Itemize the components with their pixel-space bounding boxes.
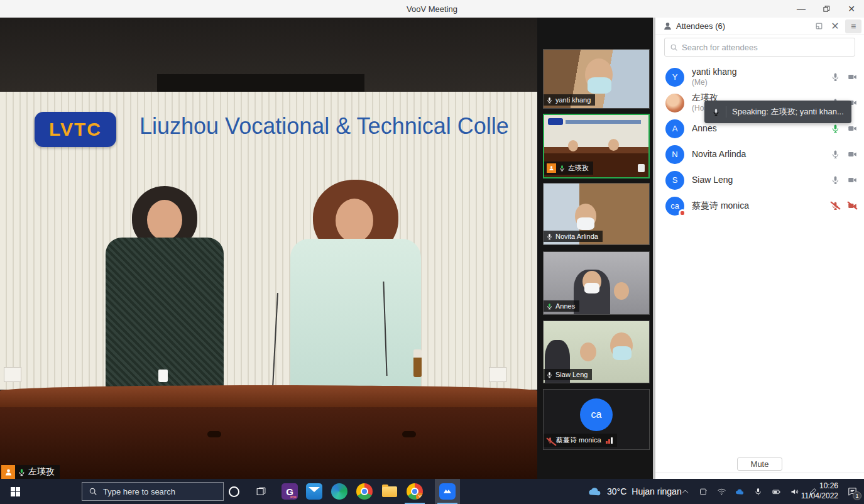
clock-time: 10:26 [819,481,838,491]
attendee-name: yanti khang [692,67,737,78]
voov-meeting-button[interactable] [435,479,460,504]
taskbar-weather[interactable]: 30°C Hujan ringan [588,479,682,504]
attendee-row-novita-arlinda[interactable]: N Novita Arlinda [655,141,864,167]
thumb-face [614,282,629,300]
taskbar-search-box[interactable]: Type here to search [82,482,224,501]
thumb-mask [613,346,632,360]
wall-outlet [4,367,21,382]
task-view-icon [256,486,266,497]
window-controls: — ✕ [789,0,864,18]
window-title: VooV Meeting [407,4,457,14]
search-input[interactable] [682,43,850,52]
thumb-mask [584,283,599,293]
paper-cup [158,370,168,382]
attendees-icon [663,21,672,31]
file-explorer-button[interactable] [377,479,402,504]
mic-speaking-icon[interactable] [830,123,841,134]
battery-icon[interactable] [771,486,781,496]
voov-meeting-icon [439,483,456,500]
close-button[interactable]: ✕ [839,0,864,18]
main-video-view[interactable]: LVTC Liuzhou Vocational & Technical Coll… [0,18,537,479]
thumbnail-novita-arlinda[interactable]: Novita Arlinda [543,183,650,245]
taskbar-search-placeholder: Type here to search [103,487,175,496]
task-view-button[interactable] [248,479,273,504]
attendee-search-box[interactable] [664,38,855,57]
mic-muted-icon[interactable] [830,200,841,211]
tooltip-divider [726,106,726,118]
search-icon [89,487,97,496]
attendee-name: Novita Arlinda [692,149,746,160]
cortana-icon [229,486,239,497]
speaking-tooltip: Speaking: 左瑛孜; yanti khan... [704,101,851,123]
mic-on-icon [546,371,553,378]
popout-panel-icon[interactable] [812,20,825,33]
chrome-profile-button[interactable]: Y [402,479,427,504]
thumbnail-zuo-yingzi-selected[interactable]: 左瑛孜 [543,114,650,178]
show-hidden-icons-chevron[interactable] [680,486,690,496]
attendee-row-yanti-khang[interactable]: Y yanti khang (Me) [655,64,864,90]
camera-icon[interactable] [847,149,858,160]
thumbnail-name: yanti khang [555,96,591,104]
share-indicator-icon [638,164,645,172]
phone-badge-icon [679,209,686,217]
mic-icon[interactable] [830,175,841,185]
camera-icon[interactable] [847,175,858,185]
weather-cloud-icon [588,486,602,496]
thumbnail-name: 蔡蔓诗 monica [556,436,601,445]
panel-menu-button[interactable]: ≡ [845,19,861,33]
wall-outlet [489,367,506,382]
conference-table [0,385,537,409]
profile-badge: Y [416,493,423,500]
banner-text: Liuzhou Vocational & Technical Colle [139,113,537,140]
camera-off-icon[interactable] [847,200,858,211]
mail-button[interactable] [302,479,327,504]
thumbnail-yanti-khang[interactable]: yanti khang [543,49,650,109]
thumb-face [568,140,578,151]
avatar: A [665,119,684,138]
restore-button[interactable] [814,0,839,18]
person-left-face [147,200,182,240]
chrome-button[interactable] [352,479,377,504]
table-handle [207,431,221,437]
mic-speaking-icon [559,165,566,172]
person-right-body [290,239,421,388]
thumb-face [608,139,619,151]
conference-table-front [0,407,537,479]
panel-footer-divider [655,473,864,473]
thumbnail-monica[interactable]: ca 蔡蔓诗 monica [543,389,650,450]
tooltip-text: Speaking: 左瑛孜; yanti khan... [732,106,844,118]
attendee-row-siaw-leng[interactable]: S Siaw Leng [655,167,864,193]
attendee-role: (Me) [692,78,737,87]
action-center-button[interactable]: 1 [841,479,863,504]
tea-bottle [413,349,422,377]
camera-icon[interactable] [847,123,858,134]
wifi-icon[interactable] [716,486,726,496]
mute-button[interactable]: Mute [737,457,782,471]
onedrive-icon[interactable] [735,486,745,496]
thumbnail-name: Annes [555,302,575,310]
avatar: Y [665,68,684,87]
foxit-pdf-button[interactable]: GPDF [277,479,302,504]
cortana-button[interactable] [221,479,246,504]
mic-speaking-icon [546,303,553,310]
thumbnail-annes[interactable]: Annes [543,251,650,315]
taskbar-clock[interactable]: 10:26 11/04/2022 [790,479,839,504]
table-handle [402,431,416,437]
thumbnail-name: Novita Arlinda [555,233,598,240]
attendee-row-monica[interactable]: ca 蔡蔓诗 monica [655,193,864,219]
mic-icon[interactable] [830,149,841,160]
attendee-name: 蔡蔓诗 monica [692,200,749,212]
thumbnail-siaw-leng[interactable]: Siaw Leng [543,320,650,383]
edge-button[interactable] [327,479,352,504]
mic-icon[interactable] [830,72,841,82]
minimize-button[interactable]: — [789,0,814,18]
mic-on-icon [546,97,553,104]
microphone-tray-icon[interactable] [753,486,763,496]
lvtc-logo-text: LVTC [49,119,102,140]
camera-icon[interactable] [847,72,858,82]
signal-bars-icon [606,437,613,444]
mic-icon [712,108,720,116]
close-panel-icon[interactable]: ✕ [829,20,841,33]
your-phone-icon[interactable] [698,486,708,496]
start-button[interactable] [0,479,30,504]
